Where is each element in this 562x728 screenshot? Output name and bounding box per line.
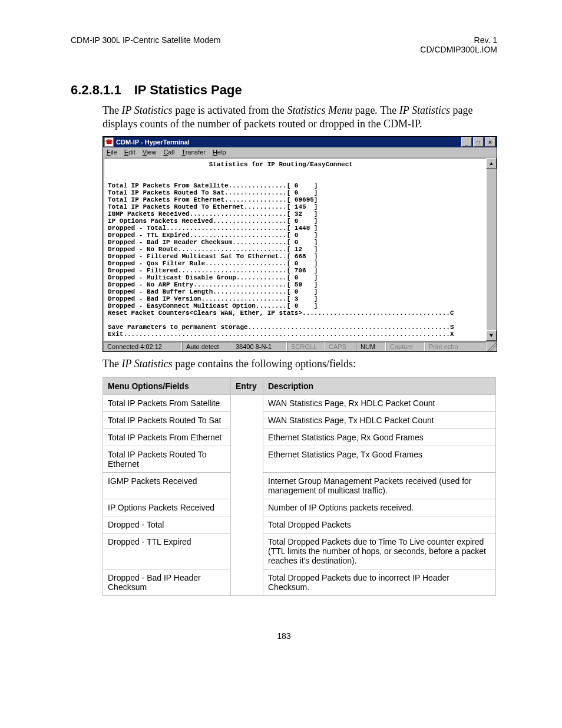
table-row: IP Options Packets ReceivedNumber of IP … (103, 499, 496, 516)
table-row: Total IP Packets Routed To EthernetEther… (103, 446, 496, 473)
cell-name: Total IP Packets From Ethernet (103, 429, 231, 446)
cell-desc: Total Dropped Packets due to incorrect I… (263, 569, 496, 596)
titlebar: ☎ CDM-IP - HyperTerminal _ □ × (103, 137, 497, 147)
cell-desc: Number of IP Options packets received. (263, 499, 496, 516)
table-caption: The IP Statistics page contains the foll… (103, 358, 497, 370)
statusbar: Connected 4:02:12 Auto detect 38400 8-N-… (103, 341, 497, 351)
intro-paragraph: The IP Statistics page is activated from… (103, 104, 497, 130)
page-number: 183 (71, 631, 497, 641)
table-row: Dropped - TotalTotal Dropped Packets (103, 516, 496, 533)
cell-desc: Total Dropped Packets (263, 516, 496, 533)
cell-desc: Ethernet Statistics Page, Rx Good Frames (263, 429, 496, 446)
terminal-content[interactable]: Statistics for IP Routing/EasyConnect To… (104, 158, 487, 341)
cell-desc: Internet Group Management Packets receiv… (263, 473, 496, 499)
vertical-scrollbar[interactable]: ▲ ▼ (487, 158, 496, 341)
col-menu: Menu Options/Fields (103, 378, 231, 395)
table-row: Dropped - TTL ExpiredTotal Dropped Packe… (103, 533, 496, 569)
status-printecho: Print echo (425, 342, 487, 351)
table-row: Total IP Packets Routed To SatWAN Statis… (103, 412, 496, 429)
header-left: CDM-IP 300L IP-Centric Satellite Modem (71, 35, 220, 54)
cell-name: Dropped - Bad IP Header Checksum (103, 569, 231, 596)
cell-name: Total IP Packets From Satellite (103, 395, 231, 412)
scroll-down-icon[interactable]: ▼ (486, 330, 497, 341)
cell-desc: WAN Statistics Page, Tx HDLC Packet Coun… (263, 412, 496, 429)
table-row: Dropped - Bad IP Header ChecksumTotal Dr… (103, 569, 496, 596)
cell-desc: Ethernet Statistics Page, Tx Good Frames (263, 446, 496, 473)
menu-file[interactable]: File (107, 149, 117, 156)
menu-transfer[interactable]: Transfer (181, 149, 206, 156)
cell-name: IGMP Packets Received (103, 473, 231, 499)
cell-entry (231, 395, 263, 596)
cell-desc: WAN Statistics Page, Rx HDLC Packet Coun… (263, 395, 496, 412)
window-title: CDM-IP - HyperTerminal (116, 139, 461, 146)
scroll-up-icon[interactable]: ▲ (486, 158, 497, 169)
header-rev: Rev. 1 (420, 35, 497, 45)
status-num: NUM (356, 342, 386, 351)
cell-name: Dropped - TTL Expired (103, 533, 231, 569)
cell-name: Total IP Packets Routed To Sat (103, 412, 231, 429)
menubar: File Edit View Call Transfer Help (103, 147, 497, 157)
status-capture: Capture (386, 342, 425, 351)
status-caps: CAPS (325, 342, 356, 351)
options-table: Menu Options/Fields Entry Description To… (103, 377, 496, 596)
col-desc: Description (263, 378, 496, 395)
section-number: 6.2.8.1.1 (71, 83, 121, 97)
status-port: 38400 8-N-1 (232, 342, 287, 351)
table-row: Total IP Packets From EthernetEthernet S… (103, 429, 496, 446)
status-detect: Auto detect (182, 342, 232, 351)
menu-view[interactable]: View (143, 149, 157, 156)
cell-name: Total IP Packets Routed To Ethernet (103, 446, 231, 473)
menu-call[interactable]: Call (163, 149, 174, 156)
header-doc: CD/CDMIP300L.IOM (420, 45, 497, 54)
section-heading: 6.2.8.1.1IP Statistics Page (71, 83, 497, 98)
cell-desc: Total Dropped Packets due to Time To Liv… (263, 533, 496, 569)
col-entry: Entry (231, 378, 263, 395)
status-scroll: SCROLL (287, 342, 325, 351)
close-button[interactable]: × (485, 137, 495, 147)
menu-help[interactable]: Help (213, 149, 226, 156)
maximize-button[interactable]: □ (473, 137, 484, 147)
minimize-button[interactable]: _ (461, 137, 472, 147)
status-connected: Connected 4:02:12 (103, 342, 182, 351)
table-row: Total IP Packets From SatelliteWAN Stati… (103, 395, 496, 412)
resize-grip-icon[interactable] (487, 342, 497, 351)
cell-name: Dropped - Total (103, 516, 231, 533)
menu-edit[interactable]: Edit (124, 149, 135, 156)
section-title: IP Statistics Page (134, 83, 242, 97)
cell-name: IP Options Packets Received (103, 499, 231, 516)
hyperterminal-window: ☎ CDM-IP - HyperTerminal _ □ × File Edit… (103, 136, 497, 352)
app-icon: ☎ (104, 137, 114, 147)
table-row: IGMP Packets ReceivedInternet Group Mana… (103, 473, 496, 499)
